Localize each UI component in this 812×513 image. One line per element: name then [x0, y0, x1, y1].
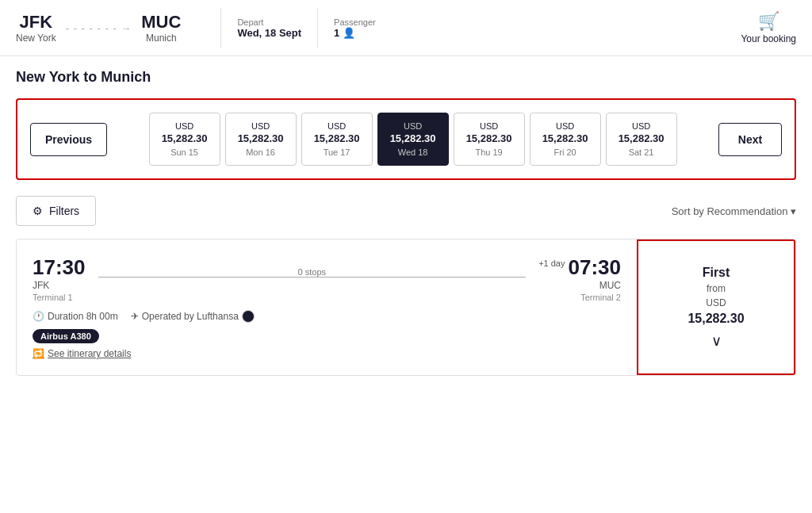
sort-dropdown[interactable]: Sort by Recommendation ▾ — [672, 205, 796, 217]
date-cell-0[interactable]: USD 15,282.30 Sun 15 — [149, 113, 220, 166]
dest-code: MUC — [141, 12, 181, 33]
dep-airport: JFK — [33, 280, 86, 291]
plus-day: +1 day — [538, 258, 565, 268]
origin-code: JFK — [16, 12, 56, 33]
date-cell-1[interactable]: USD 15,282.30 Mon 16 — [225, 113, 297, 166]
sort-arrow: ▾ — [791, 205, 796, 217]
booking-label: Your booking — [741, 33, 796, 44]
flight-main-info: 17:30 JFK Terminal 1 0 stops +1 day 07:3… — [17, 239, 637, 375]
arrival-block: +1 day 07:30 MUC Terminal 2 — [538, 255, 621, 302]
date-cell-4[interactable]: USD 15,282.30 Thu 19 — [454, 113, 525, 166]
header-divider-1 — [220, 8, 221, 48]
person-icon: 👤 — [343, 27, 355, 39]
dep-time: 17:30 — [33, 255, 86, 280]
booking-button[interactable]: 🛒 Your booking — [741, 11, 796, 44]
date-currency: USD — [464, 121, 515, 131]
clock-icon: 🕐 — [33, 311, 44, 322]
filter-icon: ⚙ — [33, 205, 43, 217]
date-amount: 15,282.30 — [616, 132, 667, 144]
date-day: Sun 15 — [159, 147, 210, 157]
price-amount: 15,282.30 — [688, 312, 744, 326]
itinerary-icon: 🔁 — [33, 348, 44, 359]
itinerary-label: See itinerary details — [48, 348, 131, 359]
page-title: New York to Munich — [16, 69, 796, 86]
date-amount: 15,282.30 — [159, 132, 210, 144]
date-amount: 15,282.30 — [540, 132, 591, 144]
plane-icon: ✈ — [131, 311, 139, 322]
passenger-info: Passenger 1 👤 — [334, 17, 376, 39]
arr-time: 07:30 — [569, 255, 622, 280]
see-itinerary-link[interactable]: 🔁 See itinerary details — [33, 348, 621, 359]
passenger-value: 1 👤 — [334, 27, 376, 39]
price-chevron[interactable]: ∨ — [711, 332, 722, 350]
date-day: Tue 17 — [312, 147, 362, 157]
sort-text: Sort by Recommendation — [672, 205, 788, 217]
depart-info: Depart Wed, 18 Sept — [237, 17, 301, 39]
aircraft-badge: Airbus A380 — [33, 329, 99, 343]
aircraft-row: Airbus A380 — [33, 329, 621, 342]
cart-icon: 🛒 — [758, 11, 779, 32]
arr-terminal: Terminal 2 — [538, 293, 621, 302]
route-arrow: - - - - - - - → — [63, 22, 136, 34]
date-cells-container: USD 15,282.30 Sun 15 USD 15,282.30 Mon 1… — [113, 113, 712, 166]
departure-block: 17:30 JFK Terminal 1 — [33, 255, 86, 302]
date-currency: USD — [540, 121, 591, 131]
date-cell-5[interactable]: USD 15,282.30 Fri 20 — [530, 113, 601, 166]
date-amount: 15,282.30 — [312, 132, 362, 144]
header: JFK New York - - - - - - - → MUC Munich … — [0, 0, 812, 56]
duration-label: Duration 8h 00m — [48, 311, 118, 322]
passenger-label: Passenger — [334, 17, 376, 27]
previous-button[interactable]: Previous — [30, 123, 107, 156]
date-cell-6[interactable]: USD 15,282.30 Sat 21 — [606, 113, 677, 166]
date-currency: USD — [312, 121, 362, 131]
stops-label: 0 stops — [298, 267, 326, 277]
price-from: from — [707, 283, 726, 294]
route-info: JFK New York - - - - - - - → MUC Munich — [16, 12, 181, 44]
main-content: New York to Munich Previous USD 15,282.3… — [0, 56, 812, 389]
duration-item: 🕐 Duration 8h 00m — [33, 311, 118, 322]
operator-item: ✈ Operated by Lufthansa — [131, 310, 255, 323]
filters-label: Filters — [49, 205, 79, 217]
date-selector: Previous USD 15,282.30 Sun 15 USD 15,282… — [16, 98, 796, 180]
date-amount: 15,282.30 — [388, 132, 439, 144]
date-day: Mon 16 — [236, 147, 286, 157]
date-currency: USD — [616, 121, 667, 131]
price-currency: USD — [706, 297, 726, 308]
filters-button[interactable]: ⚙ Filters — [16, 196, 96, 226]
date-day: Fri 20 — [540, 147, 591, 157]
date-day: Sat 21 — [616, 147, 667, 157]
operator-label: Operated by Lufthansa — [142, 311, 239, 322]
flight-details-row: 🕐 Duration 8h 00m ✈ Operated by Lufthans… — [33, 310, 621, 323]
stops-line — [98, 277, 527, 278]
date-currency: USD — [159, 121, 210, 131]
date-amount: 15,282.30 — [464, 132, 515, 144]
date-currency: USD — [388, 121, 439, 131]
date-amount: 15,282.30 — [236, 132, 286, 144]
filters-row: ⚙ Filters Sort by Recommendation ▾ — [16, 196, 796, 226]
origin-block: JFK New York — [16, 12, 56, 44]
lufthansa-logo — [242, 310, 255, 323]
date-cell-3[interactable]: USD 15,282.30 Wed 18 — [377, 113, 449, 166]
dest-city: Munich — [141, 33, 181, 44]
price-class: First — [703, 266, 730, 280]
dest-block: MUC Munich — [141, 12, 181, 44]
date-currency: USD — [236, 121, 286, 131]
price-panel[interactable]: First from USD 15,282.30 ∨ — [637, 239, 795, 375]
header-divider-2 — [317, 8, 318, 48]
date-cell-2[interactable]: USD 15,282.30 Tue 17 — [301, 113, 373, 166]
origin-city: New York — [16, 33, 56, 44]
date-day: Wed 18 — [388, 147, 439, 157]
next-button[interactable]: Next — [718, 123, 782, 156]
arr-airport: MUC — [538, 280, 621, 291]
date-day: Thu 19 — [464, 147, 515, 157]
depart-value: Wed, 18 Sept — [237, 27, 301, 39]
dep-terminal: Terminal 1 — [33, 293, 86, 302]
flight-card: 17:30 JFK Terminal 1 0 stops +1 day 07:3… — [16, 239, 796, 376]
depart-label: Depart — [237, 17, 301, 27]
